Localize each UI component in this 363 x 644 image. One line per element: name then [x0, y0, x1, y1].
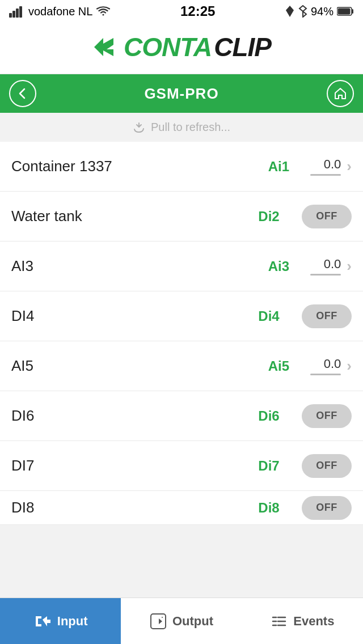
page-title: GSM-PRO	[144, 85, 218, 103]
svg-rect-7	[151, 614, 166, 629]
pull-refresh-label: Pull to refresh...	[151, 121, 230, 134]
list-item[interactable]: AI3 Ai3 0.0 ›	[0, 242, 363, 291]
svg-rect-6	[338, 9, 351, 15]
toggle-label: OFF	[316, 310, 337, 322]
item-name: AI3	[11, 257, 256, 275]
tab-input[interactable]: Input	[0, 598, 121, 644]
location-icon	[285, 5, 295, 18]
status-right: 94%	[285, 5, 354, 18]
toggle-off[interactable]: OFF	[302, 304, 352, 328]
tab-input-label: Input	[57, 614, 88, 629]
app-logo: CONTACLIP	[92, 32, 271, 62]
home-button[interactable]	[327, 80, 354, 107]
status-time: 12:25	[180, 3, 215, 19]
chevron-right-icon: ›	[347, 257, 352, 275]
toggle-label: OFF	[316, 410, 337, 422]
svg-rect-0	[9, 13, 12, 18]
analog-value: 0.0	[307, 357, 341, 375]
list-item[interactable]: DI6 Di6 OFF	[0, 391, 363, 441]
item-label: Ai5	[256, 358, 301, 374]
toggle-label: OFF	[316, 502, 337, 514]
item-name: Water tank	[11, 207, 246, 225]
item-name: DI4	[11, 307, 246, 325]
tab-output[interactable]: Output	[121, 598, 242, 644]
item-label: Ai3	[256, 259, 301, 274]
battery-icon	[337, 6, 354, 16]
item-label: Di2	[246, 209, 292, 224]
list-item[interactable]: Water tank Di2 OFF	[0, 192, 363, 242]
output-icon	[150, 613, 167, 630]
item-label: Di7	[246, 458, 292, 474]
item-label: Ai1	[256, 159, 301, 175]
item-label: Di4	[246, 308, 292, 324]
home-icon	[334, 87, 347, 100]
battery-label: 94%	[311, 5, 334, 18]
tab-events[interactable]: Events	[242, 598, 363, 644]
item-name: AI5	[11, 357, 256, 375]
status-left: vodafone NL	[9, 5, 111, 18]
toggle-off[interactable]: OFF	[302, 205, 352, 228]
list-item-partial[interactable]: DI8 Di8 OFF	[0, 491, 363, 525]
toggle-label: OFF	[316, 460, 337, 472]
list-item[interactable]: AI5 Ai5 0.0 ›	[0, 341, 363, 391]
bluetooth-icon	[298, 5, 307, 18]
list-item[interactable]: Container 1337 Ai1 0.0 ›	[0, 142, 363, 192]
item-name: DI8	[11, 499, 246, 516]
tab-output-label: Output	[172, 614, 213, 629]
toggle-off[interactable]: OFF	[302, 404, 352, 428]
logo-conta: CONTA	[124, 32, 212, 62]
wifi-icon	[96, 6, 111, 17]
input-icon	[33, 613, 52, 630]
svg-rect-1	[12, 11, 15, 18]
refresh-arrow-icon	[133, 121, 145, 134]
item-name: Container 1337	[11, 158, 256, 175]
list-item[interactable]: DI4 Di4 OFF	[0, 291, 363, 341]
logo-arrow-icon	[92, 32, 121, 62]
toggle-off[interactable]: OFF	[302, 454, 352, 478]
nav-bar: GSM-PRO	[0, 74, 363, 113]
status-bar: vodafone NL 12:25 94%	[0, 0, 363, 23]
carrier-label: vodafone NL	[28, 5, 92, 18]
value-bar	[310, 274, 341, 276]
value-bar	[310, 174, 341, 176]
back-icon	[16, 87, 29, 100]
analog-value: 0.0	[307, 157, 341, 176]
item-name: DI6	[11, 407, 246, 425]
item-label: Di6	[246, 408, 292, 424]
toggle-label: OFF	[316, 210, 337, 222]
logo-area: CONTACLIP	[0, 23, 363, 74]
svg-rect-2	[16, 9, 19, 18]
list-item[interactable]: DI7 Di7 OFF	[0, 441, 363, 491]
item-label: Di8	[246, 500, 292, 516]
analog-value: 0.0	[307, 257, 341, 276]
chevron-right-icon: ›	[347, 357, 352, 375]
chevron-right-icon: ›	[347, 158, 352, 175]
sensor-list: Container 1337 Ai1 0.0 › Water tank Di2 …	[0, 142, 363, 525]
signal-icon	[9, 5, 25, 18]
svg-rect-3	[19, 6, 22, 18]
tab-bar: Input Output Events	[0, 598, 363, 644]
toggle-off[interactable]: OFF	[302, 496, 352, 520]
item-name: DI7	[11, 457, 246, 474]
pull-to-refresh: Pull to refresh...	[0, 113, 363, 142]
value-bar	[310, 374, 341, 375]
back-button[interactable]	[9, 80, 36, 107]
logo-clip: CLIP	[214, 32, 271, 62]
events-icon	[271, 613, 288, 630]
svg-rect-5	[352, 9, 353, 14]
tab-events-label: Events	[293, 614, 334, 629]
